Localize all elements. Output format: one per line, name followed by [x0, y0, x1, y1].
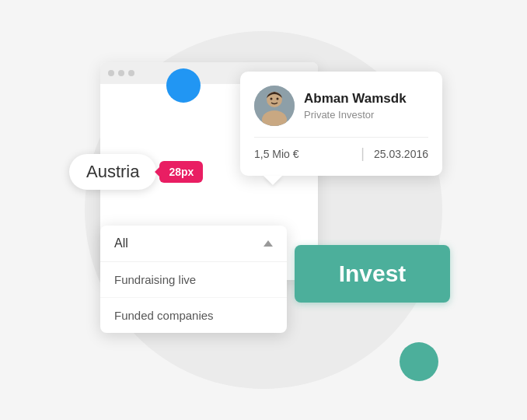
- investor-details: 1,5 Mio € | 25.03.2016: [254, 145, 428, 162]
- browser-dot-3: [128, 70, 134, 76]
- px-arrow: [155, 167, 159, 177]
- browser-dot-1: [108, 70, 114, 76]
- dropdown: All Fundraising live Funded companies: [100, 226, 287, 333]
- dropdown-item-fundraising[interactable]: Fundraising live: [100, 262, 287, 298]
- investor-card: Abman Wamsdk Private Investor 1,5 Mio € …: [240, 72, 442, 176]
- investor-title: Private Investor: [304, 109, 407, 121]
- investor-name: Abman Wamsdk: [304, 91, 407, 107]
- dropdown-selected: All: [114, 236, 128, 250]
- px-badge: 28px: [159, 161, 203, 183]
- investor-date: 25.03.2016: [374, 148, 428, 160]
- dropdown-header[interactable]: All: [100, 226, 287, 262]
- blue-circle-top: [166, 68, 201, 103]
- invest-button-label: Invest: [339, 261, 407, 287]
- austria-label[interactable]: Austria: [69, 154, 156, 190]
- svg-point-3: [270, 98, 273, 100]
- dropdown-item-funded[interactable]: Funded companies: [100, 298, 287, 333]
- px-badge-text: 28px: [169, 166, 194, 178]
- invest-button[interactable]: Invest: [295, 245, 450, 303]
- investor-divider: [254, 137, 428, 138]
- investor-header: Abman Wamsdk Private Investor: [254, 86, 428, 126]
- browser-dot-2: [118, 70, 124, 76]
- austria-filter: Austria 28px: [69, 154, 203, 190]
- svg-point-4: [277, 98, 279, 100]
- scene: Austria 28px: [54, 16, 473, 404]
- investor-separator: |: [361, 145, 365, 162]
- teal-circle-bottom: [400, 342, 438, 381]
- chevron-up-icon: [264, 240, 273, 247]
- avatar: [254, 86, 295, 126]
- investor-amount: 1,5 Mio €: [254, 148, 351, 160]
- investor-info: Abman Wamsdk Private Investor: [304, 91, 407, 120]
